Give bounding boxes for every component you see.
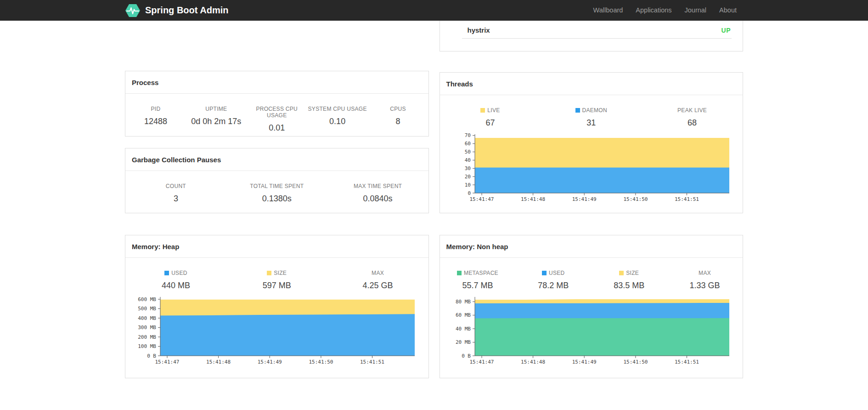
threads-legend: LIVE 67 DAEMON 31 PEAK LIVE 68 bbox=[440, 95, 743, 128]
svg-text:15:41:50: 15:41:50 bbox=[623, 359, 648, 365]
legend-threads-daemon: DAEMON 31 bbox=[541, 107, 642, 128]
heap-chart: 0 B100 MB200 MB300 MB400 MB500 MB600 MB1… bbox=[125, 290, 428, 370]
svg-text:15:41:51: 15:41:51 bbox=[675, 196, 699, 202]
svg-text:500 MB: 500 MB bbox=[138, 306, 156, 312]
svg-text:15:41:49: 15:41:49 bbox=[572, 196, 596, 202]
threads-card-title: Threads bbox=[440, 73, 743, 95]
live-swatch-icon bbox=[480, 108, 485, 113]
svg-text:15:41:47: 15:41:47 bbox=[469, 196, 494, 202]
brand[interactable]: Spring Boot Admin bbox=[125, 4, 228, 17]
legend-nonheap-metaspace: METASPACE 55.7 MB bbox=[440, 270, 516, 290]
svg-text:15:41:51: 15:41:51 bbox=[675, 359, 699, 365]
metric-system-cpu-usage: SYSTEM CPU USAGE 0.10 bbox=[307, 106, 368, 133]
legend-heap-max: MAX 4.25 GB bbox=[327, 270, 428, 290]
nav-item-applications[interactable]: Applications bbox=[629, 0, 678, 21]
svg-text:15:41:49: 15:41:49 bbox=[572, 359, 596, 365]
spring-boot-admin-logo-icon bbox=[125, 4, 141, 17]
memory-heap-card: Memory: Heap USED 440 MB SIZE 597 MB MAX… bbox=[125, 235, 429, 378]
svg-text:15:41:48: 15:41:48 bbox=[206, 359, 231, 365]
nav-item-about[interactable]: About bbox=[713, 0, 743, 21]
svg-text:100 MB: 100 MB bbox=[138, 343, 156, 349]
svg-text:70: 70 bbox=[464, 132, 470, 138]
svg-text:0 B: 0 B bbox=[147, 353, 156, 359]
svg-text:20: 20 bbox=[464, 174, 470, 180]
legend-nonheap-max: MAX 1.33 GB bbox=[667, 270, 743, 290]
svg-text:400 MB: 400 MB bbox=[138, 315, 156, 321]
svg-text:50: 50 bbox=[464, 149, 470, 155]
legend-nonheap-size: SIZE 83.5 MB bbox=[591, 270, 667, 290]
legend-nonheap-used: USED 78.2 MB bbox=[515, 270, 591, 290]
heap-legend: USED 440 MB SIZE 597 MB MAX 4.25 GB bbox=[125, 258, 428, 290]
brand-title: Spring Boot Admin bbox=[145, 5, 228, 16]
svg-text:15:41:47: 15:41:47 bbox=[155, 359, 180, 365]
memory-nonheap-card: Memory: Non heap METASPACE 55.7 MB USED … bbox=[440, 235, 744, 378]
legend-threads-peak-live: PEAK LIVE 68 bbox=[642, 107, 743, 128]
nav-item-wallboard[interactable]: Wallboard bbox=[587, 0, 630, 21]
svg-text:15:41:48: 15:41:48 bbox=[521, 359, 545, 365]
gc-metrics: COUNT 3 TOTAL TIME SPENT 0.1380s MAX TIM… bbox=[125, 171, 428, 204]
navbar: Spring Boot Admin Wallboard Applications… bbox=[0, 0, 868, 21]
nonheap-legend: METASPACE 55.7 MB USED 78.2 MB SIZE 83.5… bbox=[440, 258, 743, 290]
svg-text:15:41:48: 15:41:48 bbox=[521, 196, 545, 202]
process-card: Process PID 12488 UPTIME 0d 0h 2m 17s PR… bbox=[125, 71, 429, 137]
svg-text:15:41:50: 15:41:50 bbox=[623, 196, 648, 202]
threads-card: Threads LIVE 67 DAEMON 31 PEAK LIVE 68 0… bbox=[440, 72, 744, 213]
metric-uptime: UPTIME 0d 0h 2m 17s bbox=[186, 106, 247, 133]
daemon-swatch-icon bbox=[575, 108, 580, 113]
size-swatch-icon bbox=[619, 271, 624, 275]
divider bbox=[462, 38, 732, 39]
nav-links: Wallboard Applications Journal About bbox=[587, 0, 743, 21]
legend-heap-used: USED 440 MB bbox=[125, 270, 226, 290]
metaspace-swatch-icon bbox=[457, 271, 462, 275]
threads-chart: 01020304050607015:41:4715:41:4815:41:491… bbox=[440, 128, 743, 207]
used-swatch-icon bbox=[542, 271, 547, 275]
svg-text:10: 10 bbox=[464, 182, 470, 188]
metric-pid: PID 12488 bbox=[125, 106, 186, 133]
svg-text:0: 0 bbox=[468, 190, 471, 196]
nonheap-card-title: Memory: Non heap bbox=[440, 235, 743, 258]
gc-card-title: Garbage Collection Pauses bbox=[125, 148, 428, 171]
nav-item-journal[interactable]: Journal bbox=[678, 0, 713, 21]
svg-text:15:41:50: 15:41:50 bbox=[309, 359, 333, 365]
svg-text:40 MB: 40 MB bbox=[455, 326, 470, 332]
application-status-card: hystrix UP bbox=[440, 21, 744, 51]
process-metrics: PID 12488 UPTIME 0d 0h 2m 17s PROCESS CP… bbox=[125, 94, 428, 133]
metric-process-cpu-usage: PROCESS CPU USAGE 0.01 bbox=[247, 106, 307, 133]
svg-text:15:41:47: 15:41:47 bbox=[469, 359, 494, 365]
gc-pauses-card: Garbage Collection Pauses COUNT 3 TOTAL … bbox=[125, 148, 429, 213]
status-badge: UP bbox=[721, 27, 731, 34]
application-name: hystrix bbox=[468, 26, 490, 34]
svg-text:80 MB: 80 MB bbox=[455, 299, 470, 305]
svg-text:40: 40 bbox=[464, 157, 470, 163]
heap-card-title: Memory: Heap bbox=[125, 235, 428, 258]
svg-text:20 MB: 20 MB bbox=[455, 339, 470, 345]
svg-text:60 MB: 60 MB bbox=[455, 312, 470, 318]
spacer bbox=[125, 21, 429, 71]
application-status-row[interactable]: hystrix UP bbox=[440, 21, 743, 38]
left-column: Process PID 12488 UPTIME 0d 0h 2m 17s PR… bbox=[125, 21, 429, 378]
right-column: hystrix UP Threads LIVE 67 DAEMON 31 PEA… bbox=[440, 21, 744, 378]
svg-text:15:41:49: 15:41:49 bbox=[258, 359, 282, 365]
metric-cpus: CPUS 8 bbox=[368, 106, 428, 133]
size-swatch-icon bbox=[267, 271, 271, 275]
svg-text:600 MB: 600 MB bbox=[138, 296, 156, 302]
nonheap-chart: 0 B20 MB40 MB60 MB80 MB15:41:4715:41:481… bbox=[440, 290, 743, 370]
legend-threads-live: LIVE 67 bbox=[440, 107, 541, 128]
svg-text:30: 30 bbox=[464, 165, 470, 171]
metric-gc-max-time: MAX TIME SPENT 0.0840s bbox=[327, 183, 428, 204]
legend-heap-size: SIZE 597 MB bbox=[226, 270, 327, 290]
svg-text:15:41:51: 15:41:51 bbox=[360, 359, 384, 365]
svg-text:300 MB: 300 MB bbox=[138, 325, 156, 330]
metric-gc-count: COUNT 3 bbox=[125, 183, 226, 204]
metric-gc-total-time: TOTAL TIME SPENT 0.1380s bbox=[226, 183, 327, 204]
svg-text:0 B: 0 B bbox=[462, 353, 471, 359]
process-card-title: Process bbox=[125, 71, 428, 94]
svg-text:60: 60 bbox=[464, 141, 470, 147]
used-swatch-icon bbox=[164, 271, 169, 275]
main-content: Process PID 12488 UPTIME 0d 0h 2m 17s PR… bbox=[125, 21, 743, 378]
svg-text:200 MB: 200 MB bbox=[138, 334, 156, 340]
